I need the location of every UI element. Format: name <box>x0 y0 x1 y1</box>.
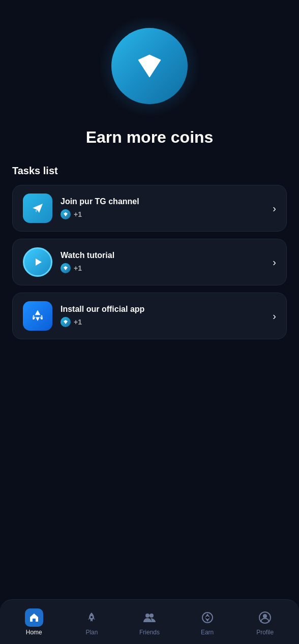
task-reward-tg-channel: +1 <box>61 209 266 219</box>
task-title-watch-tutorial: Watch tutorial <box>61 251 266 260</box>
ton-mini-icon-3 <box>63 319 69 325</box>
svg-marker-0 <box>36 259 42 266</box>
task-icon-app <box>23 301 52 331</box>
task-icon-video <box>23 247 52 277</box>
task-info-tg-channel: Join pur TG channel +1 <box>61 197 266 219</box>
task-item-watch-tutorial[interactable]: Watch tutorial +1 › <box>12 239 287 285</box>
nav-item-friends[interactable]: Friends <box>121 604 178 640</box>
profile-icon <box>256 608 274 627</box>
logo-container <box>104 20 195 112</box>
nav-item-home[interactable]: Home <box>5 604 63 640</box>
nav-item-profile[interactable]: Profile <box>236 604 294 640</box>
friends-icon <box>140 608 159 627</box>
reward-badge-icon-2 <box>61 263 71 273</box>
task-item-tg-channel[interactable]: Join pur TG channel +1 › <box>12 185 287 232</box>
tasks-section: Tasks list Join pur TG channel <box>12 165 287 346</box>
task-reward-install-app: +1 <box>61 317 266 327</box>
task-reward-watch-tutorial: +1 <box>61 263 266 273</box>
app-store-icon <box>29 307 46 325</box>
nav-item-earn[interactable]: Earn <box>178 604 236 640</box>
task-title-tg-channel: Join pur TG channel <box>61 197 266 206</box>
svg-point-6 <box>263 614 267 618</box>
friends-svg <box>142 611 157 624</box>
reward-badge-icon-3 <box>61 317 71 327</box>
task-item-install-app[interactable]: Install our official app +1 › <box>12 293 287 339</box>
nav-label-friends: Friends <box>139 629 160 636</box>
ton-mini-icon-2 <box>63 265 69 271</box>
chevron-right-icon-tg: › <box>273 203 276 214</box>
svg-point-3 <box>150 614 154 618</box>
task-title-install-app: Install our official app <box>61 305 266 314</box>
tasks-section-label: Tasks list <box>12 165 287 177</box>
svg-point-1 <box>91 616 93 618</box>
ton-mini-icon <box>63 211 69 217</box>
logo-circle <box>111 28 188 104</box>
telegram-icon <box>29 200 46 216</box>
reward-text-tg-channel: +1 <box>74 210 82 218</box>
svg-point-2 <box>145 614 150 618</box>
earn-svg <box>201 611 214 624</box>
nav-label-home: Home <box>26 629 42 636</box>
play-icon <box>30 254 45 270</box>
page-title: Earn more coins <box>86 128 214 147</box>
plan-svg <box>85 611 98 624</box>
nav-label-earn: Earn <box>201 629 214 636</box>
main-content: Earn more coins Tasks list Join pur TG c… <box>0 0 299 644</box>
home-icon <box>25 608 43 627</box>
nav-item-plan[interactable]: Plan <box>63 604 121 640</box>
chevron-right-icon-tutorial: › <box>273 256 276 268</box>
plan-icon <box>82 608 101 627</box>
task-icon-telegram <box>23 194 52 223</box>
ton-logo-icon <box>131 48 168 84</box>
home-svg <box>28 612 40 623</box>
nav-label-plan: Plan <box>85 629 98 636</box>
reward-badge-icon <box>61 209 71 219</box>
nav-label-profile: Profile <box>256 629 274 636</box>
reward-text-watch-tutorial: +1 <box>74 264 82 272</box>
task-info-install-app: Install our official app +1 <box>61 305 266 327</box>
earn-icon <box>198 608 217 627</box>
profile-svg <box>258 611 272 624</box>
bottom-navigation: Home Plan Friends <box>0 599 299 644</box>
task-info-watch-tutorial: Watch tutorial +1 <box>61 251 266 273</box>
reward-text-install-app: +1 <box>74 318 82 326</box>
chevron-right-icon-app: › <box>273 310 276 322</box>
